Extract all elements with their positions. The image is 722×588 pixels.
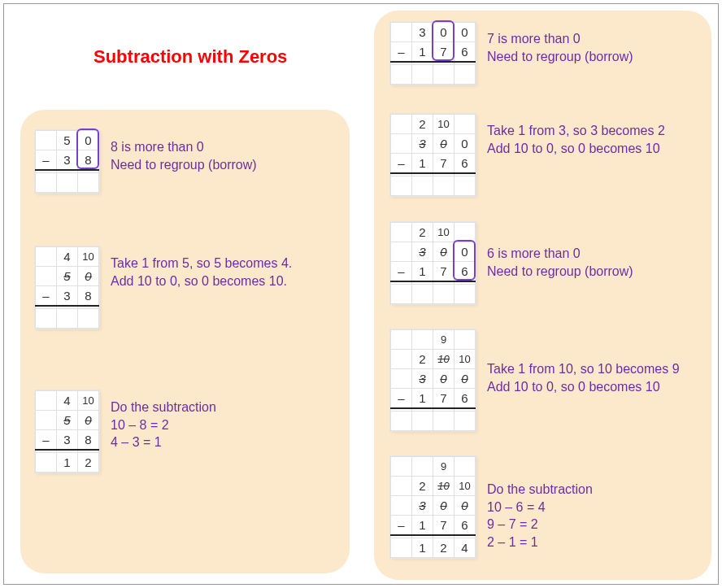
cell: 2 (412, 477, 433, 496)
left-step-3-grid: 410 50 –38 12 (35, 390, 99, 473)
left-step-2-explain: Take 1 from 5, so 5 becomes 4. Add 10 to… (111, 246, 292, 290)
cell (36, 309, 57, 329)
cell: 1 (57, 453, 78, 473)
cell: 8 (78, 150, 99, 170)
cell: 3 (412, 496, 433, 516)
cell (391, 134, 412, 154)
cell: 3 (57, 150, 78, 170)
cell: 2 (412, 115, 433, 134)
cell (391, 477, 412, 496)
left-step-1-grid: 50 –38 (35, 130, 99, 193)
cell (391, 369, 412, 389)
cell: – (36, 286, 57, 306)
cell (36, 453, 57, 473)
cell: 5 (57, 267, 78, 286)
cell: 0 (455, 496, 476, 516)
cell (57, 309, 78, 329)
cell (391, 23, 412, 42)
right-step-5-grid: 9 21010 300 –176 124 (390, 456, 476, 558)
cell: 7 (433, 389, 455, 408)
cell: 3 (412, 23, 433, 42)
cell: 7 (433, 262, 455, 281)
cell (391, 350, 412, 369)
left-step-1-grid-wrap: 50 –38 (35, 130, 99, 193)
page-title: Subtraction with Zeros (94, 46, 287, 68)
cell: 6 (455, 389, 476, 408)
cell: 0 (455, 134, 476, 154)
cell: 10 (78, 247, 99, 267)
cell: 0 (78, 131, 99, 150)
cell (412, 412, 433, 431)
cell (36, 131, 57, 150)
cell: 3 (57, 286, 78, 306)
cell (391, 223, 412, 242)
cell (391, 242, 412, 262)
cell: 0 (433, 134, 455, 154)
cell (455, 115, 476, 134)
cell: 7 (433, 516, 455, 535)
cell (412, 176, 433, 196)
cell (391, 496, 412, 516)
cell: 10 (433, 477, 455, 496)
cell: 0 (433, 369, 455, 389)
left-step-2-grid: 410 50 –38 (35, 246, 99, 329)
cell: – (391, 516, 412, 535)
left-step-1-explain: 8 is more than 0 Need to regroup (borrow… (111, 130, 257, 173)
cell: 2 (433, 538, 455, 558)
cell: 10 (78, 391, 99, 411)
left-step-3-explain: Do the subtraction 10 – 8 = 2 4 – 3 = 1 (111, 390, 216, 451)
cell (455, 412, 476, 431)
cell: 10 (433, 350, 455, 369)
right-step-3-grid: 210 300 –176 (390, 222, 476, 304)
cell: 0 (433, 242, 455, 262)
cell (36, 267, 57, 286)
cell (391, 115, 412, 134)
right-step-5-explain: Do the subtraction 10 – 6 = 4 9 – 7 = 2 … (487, 456, 593, 551)
cell (455, 65, 476, 85)
cell: – (391, 42, 412, 62)
cell: 10 (455, 477, 476, 496)
cell: 0 (455, 23, 476, 42)
cell: 4 (57, 247, 78, 267)
cell (36, 247, 57, 267)
cell: 5 (57, 411, 78, 430)
cell (412, 65, 433, 85)
cell (391, 538, 412, 558)
cell: 1 (412, 389, 433, 408)
cell: 8 (78, 430, 99, 450)
cell: 3 (57, 430, 78, 450)
cell: 3 (412, 134, 433, 154)
cell (433, 412, 455, 431)
cell: 10 (455, 350, 476, 369)
cell: – (391, 154, 412, 173)
cell: 2 (412, 350, 433, 369)
right-step-4-explain: Take 1 from 10, so 10 becomes 9 Add 10 t… (487, 329, 680, 395)
cell: 6 (455, 42, 476, 62)
cell: 1 (412, 538, 433, 558)
cell (391, 285, 412, 304)
cell: 10 (433, 223, 455, 242)
cell: 1 (412, 262, 433, 281)
cell (455, 176, 476, 196)
cell: 1 (412, 154, 433, 173)
cell (412, 457, 433, 477)
cell (412, 285, 433, 304)
cell: 4 (57, 391, 78, 411)
cell: – (391, 389, 412, 408)
cell (78, 309, 99, 329)
cell: 10 (433, 115, 455, 134)
right-step-3-grid-wrap: 210 300 –176 (390, 222, 476, 304)
cell: – (391, 262, 412, 281)
cell: 3 (412, 369, 433, 389)
cell (455, 223, 476, 242)
page-frame: Subtraction with Zeros 50 –38 8 is more … (3, 3, 719, 585)
left-step-3: 410 50 –38 12 Do the subtraction 10 – 8 … (35, 390, 216, 473)
cell: 0 (78, 411, 99, 430)
cell: 6 (455, 516, 476, 535)
cell: 7 (433, 154, 455, 173)
cell (391, 330, 412, 350)
cell (36, 411, 57, 430)
cell: 2 (78, 453, 99, 473)
right-step-4-grid: 9 21010 300 –176 (390, 329, 476, 431)
cell: 6 (455, 262, 476, 281)
